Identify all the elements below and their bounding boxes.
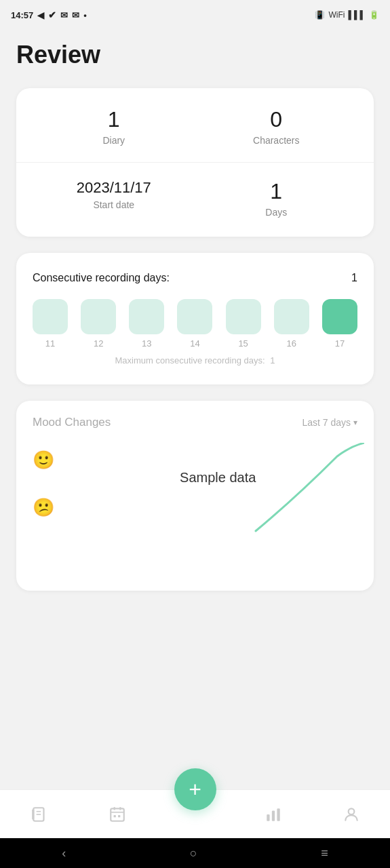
max-count: 1 xyxy=(270,355,275,366)
stats-grid: 1 Diary 0 Characters 2023/11/17 Start da… xyxy=(33,107,357,218)
main-content: Review 1 Diary 0 Characters 2023/11/17 S… xyxy=(0,27,390,789)
day-label-17: 17 xyxy=(335,338,345,349)
stat-characters: 0 Characters xyxy=(195,107,358,146)
day-11: 11 xyxy=(33,299,68,349)
recording-count: 1 xyxy=(351,272,357,284)
svg-rect-12 xyxy=(277,808,279,821)
sad-face-icon: 😕 xyxy=(33,497,54,518)
recording-card: Consecutive recording days: 1 11 12 13 1… xyxy=(16,253,374,384)
stats-card: 1 Diary 0 Characters 2023/11/17 Start da… xyxy=(16,88,374,237)
battery-icon: 🔋 xyxy=(369,10,379,20)
time-label: 14:57 xyxy=(11,10,33,20)
nav-chart[interactable] xyxy=(234,790,312,838)
stats-divider xyxy=(16,162,374,163)
day-block-13 xyxy=(129,299,164,334)
svg-rect-9 xyxy=(118,815,120,817)
calendar-icon xyxy=(109,806,126,823)
back-button[interactable]: ‹ xyxy=(62,846,66,861)
svg-rect-8 xyxy=(113,815,115,817)
characters-value: 0 xyxy=(270,107,282,132)
recording-title: Consecutive recording days: xyxy=(33,272,170,284)
day-block-15 xyxy=(226,299,261,334)
plus-icon: + xyxy=(189,778,201,800)
chevron-down-icon: ▾ xyxy=(353,418,357,427)
page-title: Review xyxy=(16,41,374,69)
day-block-11 xyxy=(33,299,68,334)
nav-profile[interactable] xyxy=(312,790,390,838)
dot-icon: • xyxy=(83,10,87,20)
diary-icon xyxy=(31,806,48,823)
day-label-13: 13 xyxy=(142,338,151,349)
check-icon: ✔ xyxy=(48,9,56,20)
location-icon: ◀ xyxy=(37,10,44,20)
mood-filter-button[interactable]: Last 7 days ▾ xyxy=(302,417,357,428)
sample-data-label: Sample data xyxy=(180,470,256,486)
day-15: 15 xyxy=(226,299,261,349)
day-block-14 xyxy=(177,299,212,334)
status-right: 📳 WiFi ▌▌▌ 🔋 xyxy=(315,10,379,20)
mood-title: Mood Changes xyxy=(33,416,111,429)
day-label-16: 16 xyxy=(287,338,296,349)
svg-rect-4 xyxy=(111,808,124,821)
status-left: 14:57 ◀ ✔ ✉ ✉ • xyxy=(11,9,87,20)
signal-icon: ▌▌▌ xyxy=(348,10,366,20)
nav-diary[interactable] xyxy=(0,790,78,838)
diary-label: Diary xyxy=(102,135,125,146)
add-entry-button[interactable]: + xyxy=(174,768,216,810)
day-block-12 xyxy=(81,299,116,334)
start-date-value: 2023/11/17 xyxy=(77,179,151,197)
wifi-icon: WiFi xyxy=(328,10,345,20)
max-note-text: Maximum consecutive recording days: xyxy=(115,355,265,366)
day-17: 17 xyxy=(322,299,357,349)
stat-diary: 1 Diary xyxy=(33,107,195,146)
day-label-11: 11 xyxy=(45,338,55,349)
mood-curve-chart xyxy=(147,443,364,538)
system-nav-bar: ‹ ○ ≡ xyxy=(0,838,390,868)
day-label-14: 14 xyxy=(190,338,199,349)
nav-calendar[interactable] xyxy=(78,790,156,838)
mood-header: Mood Changes Last 7 days ▾ xyxy=(33,416,357,429)
mood-chart-area: 🙂 😕 Sample data xyxy=(33,443,357,551)
days-value: 1 xyxy=(270,179,282,204)
home-button[interactable]: ○ xyxy=(190,846,197,861)
svg-point-13 xyxy=(348,808,354,814)
mood-filter-label: Last 7 days xyxy=(302,417,351,428)
email-icon1: ✉ xyxy=(60,10,68,20)
status-bar: 14:57 ◀ ✔ ✉ ✉ • 📳 WiFi ▌▌▌ 🔋 xyxy=(0,0,390,27)
svg-rect-3 xyxy=(32,809,34,819)
bottom-nav: + xyxy=(0,789,390,838)
day-13: 13 xyxy=(129,299,164,349)
diary-value: 1 xyxy=(108,107,120,132)
svg-rect-11 xyxy=(271,810,274,821)
happy-face-icon: 🙂 xyxy=(33,450,54,471)
day-label-15: 15 xyxy=(238,338,248,349)
start-date-label: Start date xyxy=(93,199,134,210)
day-16: 16 xyxy=(274,299,309,349)
stat-days: 1 Days xyxy=(195,179,358,218)
person-icon xyxy=(343,806,360,823)
day-block-17 xyxy=(322,299,357,334)
days-track: 11 12 13 14 15 16 xyxy=(33,299,357,349)
day-block-16 xyxy=(274,299,309,334)
stat-start-date: 2023/11/17 Start date xyxy=(33,179,195,218)
email-icon2: ✉ xyxy=(72,10,79,20)
day-14: 14 xyxy=(177,299,212,349)
characters-label: Characters xyxy=(253,135,299,146)
recording-header: Consecutive recording days: 1 xyxy=(33,272,357,284)
max-note: Maximum consecutive recording days: 1 xyxy=(33,355,357,366)
chart-icon xyxy=(265,806,282,823)
mood-card: Mood Changes Last 7 days ▾ 🙂 😕 Sample da… xyxy=(16,401,374,591)
menu-button[interactable]: ≡ xyxy=(321,846,328,861)
days-label: Days xyxy=(265,207,287,218)
svg-rect-10 xyxy=(267,814,269,821)
day-label-12: 12 xyxy=(94,338,103,349)
vibrate-icon: 📳 xyxy=(315,10,325,20)
day-12: 12 xyxy=(81,299,116,349)
